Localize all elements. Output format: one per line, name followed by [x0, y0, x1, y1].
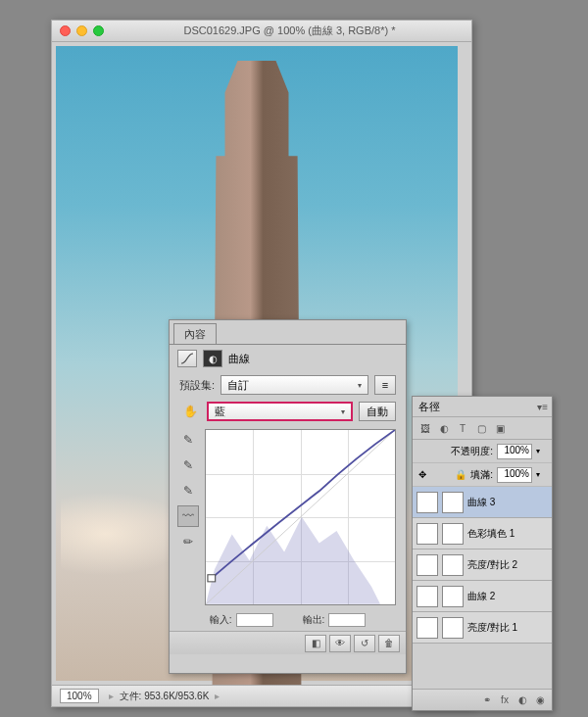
layer-thumb-icon[interactable] — [416, 492, 438, 513]
filter-image-icon[interactable]: 🖼 — [416, 419, 434, 437]
layer-list: 曲線 3 色彩填色 1 亮度/對比 2 曲線 2 亮度/對比 1 — [413, 487, 552, 644]
layer-mask-icon[interactable] — [442, 617, 464, 639]
zoom-level[interactable]: 100% — [60, 689, 99, 703]
layer-item[interactable]: 色彩填色 1 — [413, 518, 552, 550]
opacity-row: 不透明度: 100% ▾ — [413, 440, 552, 463]
status-bar: 100% ▸ 文件: 953.6K/953.6K ▸ — [52, 685, 471, 706]
layer-type-filters: 🖼 ◐ T ▢ ▣ — [413, 416, 552, 440]
svg-line-0 — [206, 430, 395, 604]
adjustment-type-row: ◐ 曲線 — [170, 345, 406, 372]
eyedropper-black-icon[interactable]: ✎ — [177, 429, 199, 451]
layers-panel: 各徑 ▾≡ 🖼 ◐ T ▢ ▣ 不透明度: 100% ▾ ✥ 🔒 填滿: 100… — [412, 396, 553, 711]
layer-item[interactable]: 亮度/對比 1 — [413, 612, 552, 644]
layer-thumb-icon[interactable] — [416, 617, 438, 639]
view-previous-icon[interactable]: 👁 — [329, 635, 351, 652]
layer-mask-icon[interactable] — [442, 586, 464, 607]
layers-panel-footer: ⚭ fx ◐ ◉ — [413, 689, 552, 710]
layer-mask-icon[interactable] — [442, 523, 464, 545]
divider: ▸ — [109, 691, 114, 701]
window-controls — [60, 25, 104, 36]
tab-partial-label[interactable]: 各徑 — [418, 400, 440, 414]
panel-tabs: 內容 — [170, 320, 406, 344]
lock-icon[interactable]: 🔒 — [455, 469, 466, 480]
auto-button[interactable]: 自動 — [359, 402, 396, 421]
filesize-display: 文件: 953.6K/953.6K — [120, 690, 210, 703]
layer-name: 曲線 2 — [467, 590, 548, 603]
chevron-down-icon[interactable]: ▾ — [536, 470, 546, 479]
output-value-field[interactable] — [328, 613, 366, 627]
layer-name: 色彩填色 1 — [467, 527, 548, 541]
new-fill-adjust-icon[interactable]: ◉ — [532, 693, 548, 707]
hand-tool-icon[interactable]: ✋ — [179, 401, 201, 422]
close-window-button[interactable] — [60, 25, 71, 36]
channel-dropdown[interactable]: 藍 ▾ — [207, 402, 353, 421]
opacity-value-field[interactable]: 100% — [497, 444, 532, 459]
layer-thumb-icon[interactable] — [416, 586, 438, 607]
clip-to-layer-icon[interactable]: ◧ — [305, 635, 326, 652]
preset-dropdown[interactable]: 自訂 ▾ — [220, 375, 368, 395]
window-titlebar[interactable]: DSC01629.JPG @ 100% (曲線 3, RGB/8*) * — [52, 21, 471, 42]
fill-row: ✥ 🔒 填滿: 100% ▾ — [413, 463, 552, 487]
chevron-down-icon: ▾ — [358, 381, 362, 390]
layer-item[interactable]: 亮度/對比 2 — [413, 550, 552, 581]
layer-thumb-icon[interactable] — [416, 523, 438, 545]
layer-item[interactable]: 曲線 2 — [413, 581, 552, 612]
layer-mask-icon[interactable] — [442, 492, 464, 513]
layer-thumb-icon[interactable] — [416, 554, 438, 576]
layer-mask-add-icon[interactable]: ◐ — [514, 693, 530, 707]
filter-shape-icon[interactable]: ▢ — [472, 419, 490, 437]
curve-point-tool-icon[interactable]: 〰 — [177, 505, 199, 527]
layers-panel-header: 各徑 ▾≡ — [413, 397, 552, 416]
panel-menu-icon[interactable]: ▾≡ — [537, 402, 548, 412]
preset-label: 預設集: — [179, 378, 215, 393]
filter-smart-icon[interactable]: ▣ — [491, 419, 509, 437]
curve-pencil-tool-icon[interactable]: ✏ — [177, 531, 199, 552]
filter-adjust-icon[interactable]: ◐ — [435, 419, 453, 437]
svg-rect-1 — [208, 575, 216, 582]
input-value-field[interactable] — [236, 613, 273, 627]
chevron-down-icon: ▾ — [341, 407, 345, 416]
minimize-window-button[interactable] — [76, 25, 87, 36]
chevron-down-icon[interactable]: ▾ — [536, 447, 546, 455]
channel-row: ✋ 藍 ▾ 自動 — [170, 398, 406, 425]
layer-item[interactable]: 曲線 3 — [413, 487, 552, 518]
preset-row: 預設集: 自訂 ▾ ≡ — [170, 372, 406, 398]
panel-footer: ◧ 👁 ↺ 🗑 — [170, 631, 406, 654]
layer-mask-icon[interactable] — [442, 554, 464, 576]
delete-adjustment-icon[interactable]: 🗑 — [378, 635, 400, 652]
eyedropper-white-icon[interactable]: ✎ — [177, 480, 199, 502]
curves-body: ✎ ✎ ✎ 〰 ✏ — [170, 425, 406, 609]
input-output-row: 輸入: 輸出: — [170, 609, 406, 631]
adjustment-type-label: 曲線 — [228, 352, 250, 366]
channel-value: 藍 — [215, 405, 225, 419]
tab-content[interactable]: 內容 — [173, 323, 217, 344]
curve-line — [206, 430, 395, 604]
zoom-window-button[interactable] — [93, 25, 104, 36]
mask-toggle-icon[interactable]: ◐ — [203, 350, 222, 367]
curves-graph[interactable] — [205, 429, 396, 605]
layer-fx-icon[interactable]: fx — [497, 693, 513, 707]
opacity-label: 不透明度: — [451, 445, 493, 458]
move-icon[interactable]: ✥ — [418, 469, 426, 480]
curves-tool-column: ✎ ✎ ✎ 〰 ✏ — [177, 429, 199, 605]
divider: ▸ — [215, 691, 220, 701]
eyedropper-gray-icon[interactable]: ✎ — [177, 454, 199, 476]
fill-value-field[interactable]: 100% — [497, 467, 532, 483]
output-label: 輸出: — [303, 613, 325, 627]
layer-name: 曲線 3 — [467, 496, 548, 509]
layer-name: 亮度/對比 1 — [467, 621, 548, 635]
filter-type-icon[interactable]: T — [454, 419, 471, 437]
content-panel: 內容 ◐ 曲線 預設集: 自訂 ▾ ≡ ✋ 藍 ▾ 自動 ✎ ✎ ✎ 〰 ✏ — [169, 319, 407, 674]
input-label: 輸入: — [210, 613, 232, 627]
preset-menu-button[interactable]: ≡ — [374, 375, 396, 395]
preset-value: 自訂 — [227, 378, 249, 393]
link-layers-icon[interactable]: ⚭ — [479, 693, 495, 707]
layer-name: 亮度/對比 2 — [467, 558, 548, 572]
fill-label: 填滿: — [470, 468, 493, 482]
window-title: DSC01629.JPG @ 100% (曲線 3, RGB/8*) * — [116, 24, 464, 38]
reset-icon[interactable]: ↺ — [354, 635, 375, 652]
curves-icon[interactable] — [177, 350, 197, 367]
